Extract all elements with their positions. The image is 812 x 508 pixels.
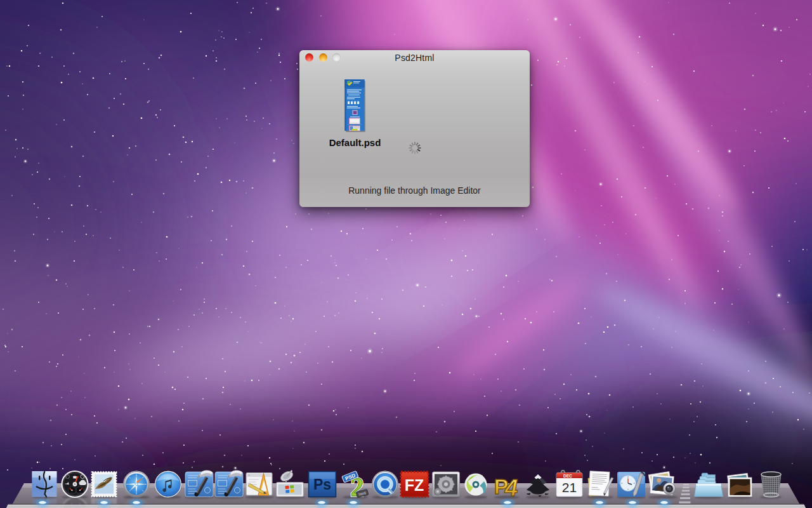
svg-text:Ps: Ps <box>313 476 331 493</box>
svg-text:DEC: DEC <box>563 474 572 478</box>
svg-text:4: 4 <box>504 475 518 501</box>
svg-text:21: 21 <box>562 480 577 495</box>
svg-text:FZ: FZ <box>405 476 424 494</box>
